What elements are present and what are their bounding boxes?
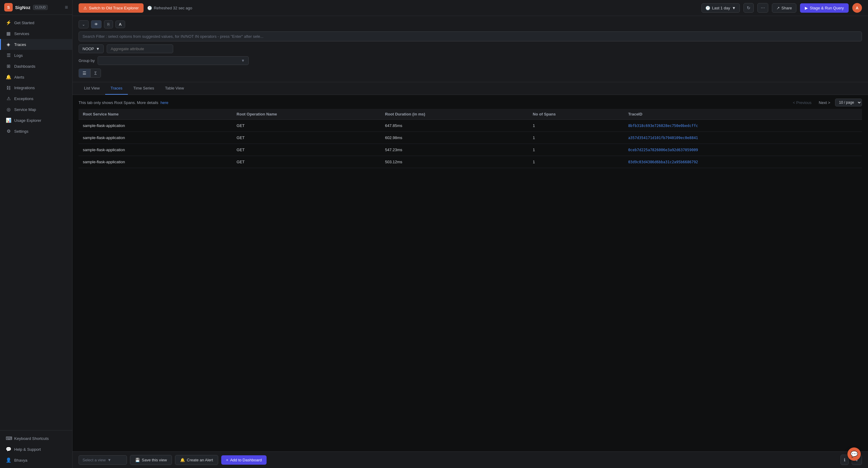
traces-icon: ◈ [6, 42, 11, 47]
avatar[interactable]: A [852, 3, 862, 13]
sidebar-item-bhavya[interactable]: 👤 Bhavya [0, 455, 72, 466]
cell-duration: 547.23ms [381, 144, 529, 156]
table-row[interactable]: sample-flask-application GET 547.23ms 1 … [79, 144, 862, 156]
cell-operation-name: GET [232, 120, 381, 132]
sidebar-bottom: ⌨ Keyboard Shortcuts 💬 Help & Support 👤 … [0, 430, 72, 468]
pagination: < Previous Next > 10 / page 25 / page 50… [790, 98, 862, 107]
stage-run-query-button[interactable]: ▶ Stage & Run Query [800, 3, 849, 13]
cell-trace-id[interactable]: 0ceb7d225a7826006e3a92d637059009 [624, 144, 862, 156]
save-view-button[interactable]: 💾 Save this view [130, 455, 172, 465]
qb-sigma-view-btn[interactable]: Σ [90, 69, 101, 78]
trace-id-link[interactable]: a357d354171d101fb7940109ec0e8841 [628, 136, 698, 140]
sidebar-item-services[interactable]: ▦ Services [0, 28, 72, 39]
cell-service-name: sample-flask-application [79, 132, 232, 144]
help-support-icon: 💬 [6, 446, 11, 452]
sidebar-item-integrations[interactable]: ⛓ Integrations [0, 83, 72, 93]
chat-bubble[interactable]: 💬 [847, 447, 861, 461]
trace-id-link[interactable]: 0ceb7d225a7826006e3a92d637059009 [628, 148, 698, 152]
sidebar-item-get-started[interactable]: ⚡ Get Started [0, 17, 72, 28]
table-area: This tab only shows Root Spans. More det… [72, 95, 868, 451]
sidebar-item-label: Get Started [14, 21, 34, 25]
create-alert-button[interactable]: 🔔 Create an Alert [175, 455, 218, 465]
tab-time-series[interactable]: Time Series [128, 82, 160, 95]
page-size-selector[interactable]: 10 / page 25 / page 50 / page [835, 98, 862, 107]
trace-id-link[interactable]: 03d9c03d4386d6bba31c2a95b6686792 [628, 160, 698, 164]
save-icon: 💾 [135, 458, 140, 462]
aggregate-attribute-input[interactable] [107, 45, 173, 53]
table-row[interactable]: sample-flask-application GET 602.98ms 1 … [79, 132, 862, 144]
plus-icon: + [226, 458, 228, 462]
get-started-icon: ⚡ [6, 20, 11, 25]
sidebar-item-help-support[interactable]: 💬 Help & Support [0, 444, 72, 455]
cell-spans: 1 [529, 144, 624, 156]
next-page-button[interactable]: Next > [816, 99, 833, 106]
sidebar-item-service-map[interactable]: ◎ Service Map [0, 104, 72, 115]
logo-text: SigNoz [15, 5, 31, 10]
cell-duration: 647.85ms [381, 120, 529, 132]
sidebar-toggle-icon[interactable]: ≡ [65, 4, 68, 10]
alerts-icon: 🔔 [6, 75, 11, 80]
switch-old-trace-button[interactable]: ⚠ Switch to Old Trace Explorer [79, 3, 144, 13]
table-info-link[interactable]: here [160, 100, 168, 105]
cell-duration: 503.12ms [381, 156, 529, 168]
more-options-button[interactable]: ⋯ [757, 3, 768, 13]
view-selector[interactable]: Select a view ▼ [79, 455, 127, 465]
refreshed-status: 🕐 Refreshed 32 sec ago [147, 6, 192, 10]
share-button[interactable]: ↗ Share [772, 3, 797, 13]
chevron-down-icon: ▼ [732, 6, 736, 10]
sidebar-item-settings[interactable]: ⚙ Settings [0, 126, 72, 137]
sidebar-item-logs[interactable]: ☰ Logs [0, 50, 72, 61]
table-info-text: This tab only shows Root Spans. More det… [79, 100, 168, 105]
alert-icon: 🔔 [180, 458, 185, 462]
cell-trace-id[interactable]: 03d9c03d4386d6bba31c2a95b6686792 [624, 156, 862, 168]
table-row[interactable]: sample-flask-application GET 503.12ms 1 … [79, 156, 862, 168]
settings-icon: ⚙ [6, 128, 11, 134]
qb-collapse-button[interactable]: ⌄ [79, 20, 89, 28]
trace-id-link[interactable]: 8bfb318c693e726028ec750e0bedcffc [628, 124, 698, 128]
cell-operation-name: GET [232, 132, 381, 144]
cell-trace-id[interactable]: a357d354171d101fb7940109ec0e8841 [624, 132, 862, 144]
col-root-duration: Root Duration (in ms) [381, 109, 529, 120]
sidebar-item-label: Integrations [14, 86, 35, 90]
sidebar-item-label: Usage Explorer [14, 118, 41, 123]
refresh-button[interactable]: ↻ [743, 3, 754, 13]
chevron-down-icon: ▼ [107, 458, 112, 462]
cell-trace-id[interactable]: 8bfb318c693e726028ec750e0bedcffc [624, 120, 862, 132]
table-row[interactable]: sample-flask-application GET 647.85ms 1 … [79, 120, 862, 132]
previous-page-button[interactable]: < Previous [790, 99, 814, 106]
table-info-row: This tab only shows Root Spans. More det… [79, 95, 862, 109]
sidebar-item-traces[interactable]: ◈ Traces [0, 39, 72, 50]
sidebar-item-label: Keyboard Shortcuts [14, 436, 49, 441]
sidebar-item-dashboards[interactable]: ⊞ Dashboards [0, 61, 72, 72]
sidebar-item-keyboard-shortcuts[interactable]: ⌨ Keyboard Shortcuts [0, 433, 72, 444]
group-by-selector[interactable]: ▼ [98, 56, 249, 65]
tab-list-view[interactable]: List View [79, 82, 105, 95]
exceptions-icon: ⚠ [6, 96, 11, 101]
tab-table-view[interactable]: Table View [160, 82, 189, 95]
bottom-bar: Select a view ▼ 💾 Save this view 🔔 Creat… [72, 451, 868, 468]
tabs-row: List View Traces Time Series Table View [72, 82, 868, 95]
chevron-down-icon: ▼ [241, 58, 245, 63]
cell-spans: 1 [529, 132, 624, 144]
qb-view-toggle[interactable]: 👁 [91, 20, 101, 28]
qb-list-view-btn[interactable]: ☰ [79, 69, 90, 78]
time-range-selector[interactable]: 🕐 Last 1 day ▼ [702, 3, 740, 13]
sidebar-item-exceptions[interactable]: ⚠ Exceptions [0, 93, 72, 104]
noop-selector[interactable]: NOOP ▼ [79, 45, 104, 53]
col-root-operation-name: Root Operation Name [232, 109, 381, 120]
search-filter-input[interactable]: Search Filter : select options from sugg… [79, 31, 862, 41]
sidebar-item-label: Bhavya [14, 458, 27, 463]
sidebar-item-alerts[interactable]: 🔔 Alerts [0, 72, 72, 83]
add-to-dashboard-button[interactable]: + Add to Dashboard [221, 455, 267, 465]
qb-copy-button[interactable]: ⎘ [104, 20, 113, 28]
tab-traces[interactable]: Traces [105, 82, 128, 95]
integrations-icon: ⛓ [6, 85, 11, 90]
play-icon: ▶ [805, 6, 808, 10]
cell-service-name: sample-flask-application [79, 156, 232, 168]
sidebar-item-usage-explorer[interactable]: 📊 Usage Explorer [0, 115, 72, 126]
info-button[interactable]: ℹ [840, 455, 849, 465]
qb-formula-button[interactable]: A [116, 21, 125, 28]
warning-icon: ⚠ [84, 6, 87, 10]
sidebar-item-label: Dashboards [14, 64, 35, 69]
sidebar-item-label: Alerts [14, 75, 24, 80]
